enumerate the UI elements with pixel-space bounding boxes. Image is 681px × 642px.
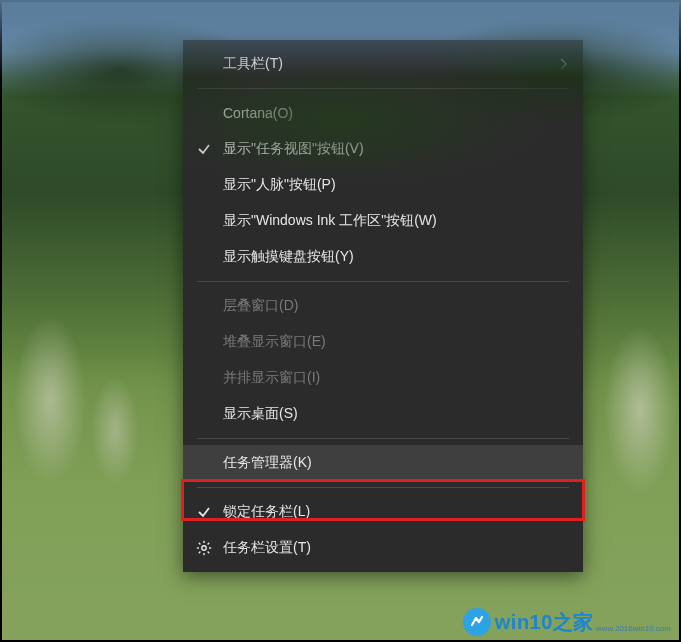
menu-item[interactable]: 任务管理器(K) [183,445,583,481]
menu-item[interactable]: 显示"任务视图"按钮(V) [183,131,583,167]
menu-item-label: 显示触摸键盘按钮(Y) [223,248,565,266]
menu-separator [197,438,569,439]
watermark: win10之家 www.2016win10.com [463,608,671,636]
menu-item-label: 任务栏设置(T) [223,539,565,557]
desktop-background: 工具栏(T)Cortana(O)显示"任务视图"按钮(V)显示"人脉"按钮(P)… [0,0,681,642]
menu-item[interactable]: 锁定任务栏(L) [183,494,583,530]
menu-item[interactable]: 显示触摸键盘按钮(Y) [183,239,583,275]
watermark-url: www.2016win10.com [596,624,671,636]
menu-item[interactable]: 显示"人脉"按钮(P) [183,167,583,203]
menu-item-label: 层叠窗口(D) [223,297,565,315]
menu-item-label: 显示"任务视图"按钮(V) [223,140,565,158]
gear-icon [196,540,212,556]
menu-separator [197,88,569,89]
svg-line-8 [208,543,210,545]
svg-line-7 [199,552,201,554]
svg-point-0 [202,546,206,550]
menu-item-label: Cortana(O) [223,105,565,121]
watermark-badge-icon [463,608,491,636]
menu-item[interactable]: 工具栏(T) [183,46,583,82]
svg-line-5 [199,543,201,545]
menu-item: 堆叠显示窗口(E) [183,324,583,360]
menu-item[interactable]: Cortana(O) [183,95,583,131]
menu-separator [197,487,569,488]
menu-item[interactable]: 任务栏设置(T) [183,530,583,566]
menu-item-label: 显示"Windows Ink 工作区"按钮(W) [223,212,565,230]
check-icon [197,142,211,156]
menu-item: 并排显示窗口(I) [183,360,583,396]
taskbar-context-menu: 工具栏(T)Cortana(O)显示"任务视图"按钮(V)显示"人脉"按钮(P)… [183,40,583,572]
menu-item-label: 堆叠显示窗口(E) [223,333,565,351]
menu-item-label: 显示桌面(S) [223,405,565,423]
watermark-brand: win10之家 [495,609,594,636]
menu-item-label: 工具栏(T) [223,55,565,73]
menu-item-label: 锁定任务栏(L) [223,503,565,521]
menu-item-label: 并排显示窗口(I) [223,369,565,387]
menu-item-label: 任务管理器(K) [223,454,565,472]
chevron-right-icon [559,58,567,70]
check-icon [197,505,211,519]
menu-item: 层叠窗口(D) [183,288,583,324]
svg-line-6 [208,552,210,554]
menu-item[interactable]: 显示"Windows Ink 工作区"按钮(W) [183,203,583,239]
menu-item[interactable]: 显示桌面(S) [183,396,583,432]
menu-separator [197,281,569,282]
menu-item-label: 显示"人脉"按钮(P) [223,176,565,194]
